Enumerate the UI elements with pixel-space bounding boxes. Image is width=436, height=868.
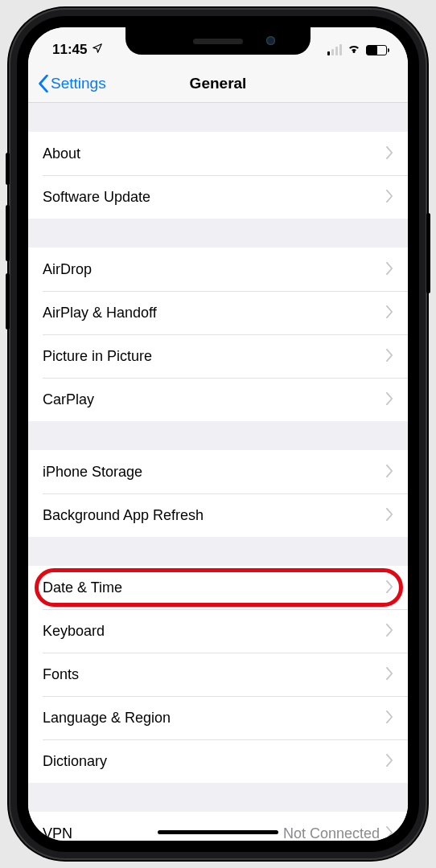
row-language-region[interactable]: Language & Region [28, 696, 408, 739]
row-label: Background App Refresh [43, 507, 204, 524]
chevron-right-icon [386, 664, 393, 685]
row-keyboard[interactable]: Keyboard [28, 609, 408, 653]
row-software-update[interactable]: Software Update [28, 175, 408, 219]
row-label: Language & Region [43, 710, 171, 727]
phone-frame: 11:45 [9, 8, 427, 860]
row-label: Dictionary [43, 753, 107, 770]
settings-group: AirDropAirPlay & HandoffPicture in Pictu… [28, 248, 408, 421]
row-label: About [43, 145, 80, 162]
screen: 11:45 [28, 27, 408, 841]
row-label: Date & Time [43, 579, 122, 596]
row-label: AirDrop [43, 261, 92, 278]
chevron-left-icon [38, 75, 49, 92]
row-airdrop[interactable]: AirDrop [28, 248, 408, 291]
row-vpn[interactable]: VPNNot Connected [28, 812, 408, 841]
front-camera [266, 36, 275, 45]
chevron-right-icon [386, 751, 393, 772]
status-time: 11:45 [52, 42, 87, 58]
power-button [426, 213, 430, 293]
settings-group: AboutSoftware Update [28, 132, 408, 219]
chevron-right-icon [386, 389, 393, 410]
chevron-right-icon [386, 577, 393, 598]
row-label: iPhone Storage [43, 464, 142, 481]
speaker-grill [193, 39, 243, 44]
volume-down-button [6, 273, 10, 330]
row-carplay[interactable]: CarPlay [28, 378, 408, 421]
battery-icon [366, 45, 387, 55]
row-picture-in-picture[interactable]: Picture in Picture [28, 334, 408, 378]
chevron-right-icon [386, 186, 393, 207]
chevron-right-icon [386, 707, 393, 728]
settings-group: Date & TimeKeyboardFontsLanguage & Regio… [28, 566, 408, 783]
row-airplay-handoff[interactable]: AirPlay & Handoff [28, 291, 408, 334]
back-label: Settings [51, 75, 106, 92]
row-label: Fonts [43, 666, 79, 683]
chevron-right-icon [386, 259, 393, 280]
navigation-bar: Settings General [28, 64, 408, 103]
chevron-right-icon [386, 620, 393, 641]
row-fonts[interactable]: Fonts [28, 653, 408, 696]
volume-up-button [6, 205, 10, 261]
row-label: Software Update [43, 189, 150, 206]
row-detail: Not Connected [283, 825, 380, 841]
row-about[interactable]: About [28, 132, 408, 175]
settings-list[interactable]: AboutSoftware UpdateAirDropAirPlay & Han… [28, 103, 408, 841]
chevron-right-icon [386, 505, 393, 526]
page-title: General [190, 75, 247, 92]
settings-group: iPhone StorageBackground App Refresh [28, 450, 408, 537]
notch [125, 27, 311, 55]
chevron-right-icon [386, 346, 393, 366]
row-label: Keyboard [43, 623, 105, 640]
row-iphone-storage[interactable]: iPhone Storage [28, 450, 408, 493]
row-dictionary[interactable]: Dictionary [28, 739, 408, 783]
location-icon [92, 42, 103, 58]
chevron-right-icon [386, 461, 393, 482]
chevron-right-icon [386, 823, 393, 841]
row-label: AirPlay & Handoff [43, 305, 157, 321]
home-indicator[interactable] [158, 830, 278, 834]
cellular-signal-icon [327, 44, 342, 55]
row-label: VPN [43, 825, 72, 841]
row-background-app-refresh[interactable]: Background App Refresh [28, 493, 408, 537]
row-date-time[interactable]: Date & Time [28, 566, 408, 609]
mute-switch [6, 153, 10, 185]
back-button[interactable]: Settings [38, 75, 106, 92]
settings-group: VPNNot Connected [28, 812, 408, 841]
chevron-right-icon [386, 302, 393, 323]
row-label: CarPlay [43, 391, 94, 408]
wifi-icon [347, 42, 361, 58]
row-label: Picture in Picture [43, 348, 152, 365]
chevron-right-icon [386, 143, 393, 164]
